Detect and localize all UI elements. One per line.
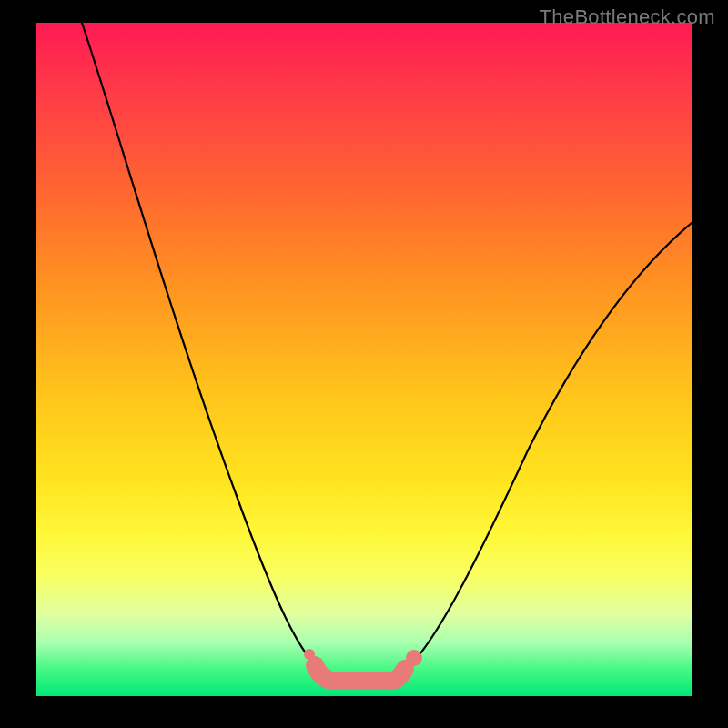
bottleneck-curve <box>82 23 692 683</box>
highlight-dot-right <box>406 650 422 666</box>
flat-minimum-highlight <box>315 665 405 681</box>
watermark-text: TheBottleneck.com <box>540 5 715 29</box>
gradient-plot-area <box>36 23 692 696</box>
plot-svg <box>36 23 692 696</box>
highlight-dot-left <box>304 649 315 660</box>
